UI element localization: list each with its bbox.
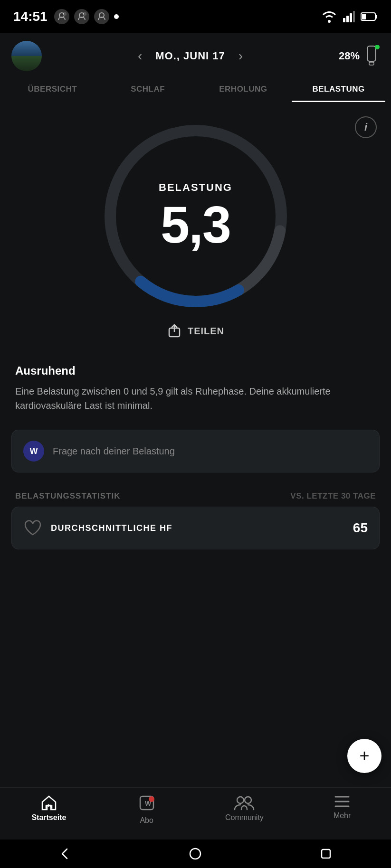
status-right: [322, 10, 378, 23]
svg-rect-9: [350, 13, 352, 22]
battery-percentage: 28%: [339, 45, 380, 67]
stats-header: BELASTUNGSSTATISTIK VS. LETZTE 30 TAGE: [0, 480, 391, 507]
tab-schlaf[interactable]: SCHLAF: [101, 79, 195, 102]
svg-rect-10: [353, 11, 355, 22]
home-icon: [40, 794, 57, 811]
share-icon: [167, 323, 182, 339]
info-text: Eine Belastung zwischen 0 und 5,9 gilt a…: [15, 384, 376, 413]
info-title: Ausruhend: [15, 364, 376, 377]
svg-point-29: [190, 849, 200, 859]
svg-rect-14: [367, 46, 376, 61]
gauge-section: i BELASTUNG 5,3 TEILEN: [0, 107, 391, 353]
share-button[interactable]: TEILEN: [167, 323, 224, 339]
recents-icon: [319, 847, 333, 860]
nav-community-label: Community: [225, 813, 264, 822]
svg-rect-12: [362, 14, 366, 19]
back-icon: [58, 847, 72, 860]
tab-erholung[interactable]: ERHOLUNG: [197, 79, 290, 102]
avatar[interactable]: [11, 41, 42, 71]
nav-abo-label: Abo: [140, 816, 153, 825]
date-next-button[interactable]: ›: [235, 45, 247, 67]
tab-ubersicht[interactable]: ÜBERSICHT: [6, 79, 99, 102]
svg-rect-8: [346, 16, 349, 22]
ai-icon: W: [23, 441, 44, 462]
home-sys-icon: [189, 847, 202, 860]
signal-icon: [343, 10, 355, 23]
stats-card-left: DURCHSCHNITTLICHE HF: [23, 519, 172, 538]
svg-rect-30: [322, 849, 330, 858]
stats-hf-value: 65: [353, 520, 368, 535]
nav-abo[interactable]: W Abo: [98, 794, 196, 825]
device-icon: [363, 45, 380, 67]
nav-startseite[interactable]: Startseite: [0, 794, 98, 822]
nav-community[interactable]: Community: [196, 794, 294, 822]
header: ‹ MO., JUNI 17 › 28%: [0, 33, 391, 71]
svg-rect-13: [376, 15, 377, 19]
main-content: i BELASTUNG 5,3 TEILEN: [0, 102, 391, 657]
fab-icon: +: [359, 746, 369, 766]
notification-icon-1: !: [54, 9, 69, 24]
svg-point-24: [237, 797, 244, 803]
stats-hf-label: DURCHSCHNITTLICHE HF: [51, 523, 172, 533]
info-button[interactable]: i: [355, 116, 377, 138]
svg-text:!: !: [63, 12, 64, 16]
bottom-navigation: Startseite W Abo Community: [0, 787, 391, 840]
mehr-icon: [334, 794, 351, 809]
tab-belastung[interactable]: BELASTUNG: [292, 79, 385, 102]
community-icon: [234, 794, 255, 811]
system-nav-bar: [0, 840, 391, 868]
bottom-spacer: [0, 557, 391, 652]
date-prev-button[interactable]: ‹: [134, 45, 146, 67]
status-left: 14:51 ! !: [13, 9, 119, 24]
nav-mehr[interactable]: Mehr: [293, 794, 391, 820]
avatar-image: [11, 41, 42, 71]
stats-compare-label: VS. LETZTE 30 TAGE: [290, 491, 376, 501]
heart-icon: [23, 519, 42, 538]
wifi-icon: [322, 10, 337, 23]
date-display: MO., JUNI 17: [155, 50, 225, 62]
fab-button[interactable]: +: [347, 739, 381, 773]
gauge-container: BELASTUNG 5,3: [96, 116, 296, 316]
stats-hf-value-container: 65: [353, 520, 368, 536]
tab-navigation: ÜBERSICHT SCHLAF ERHOLUNG BELASTUNG: [0, 71, 391, 102]
battery-icon: [361, 11, 378, 22]
notification-icon-3: [94, 9, 109, 24]
back-button[interactable]: [56, 844, 75, 863]
stats-card-hf[interactable]: DURCHSCHNITTLICHE HF 65: [11, 507, 380, 549]
share-label: TEILEN: [188, 326, 224, 337]
notification-icon-2: !: [74, 9, 89, 24]
abo-icon: W: [138, 794, 155, 811]
nav-mehr-label: Mehr: [334, 811, 351, 820]
ai-query-text: Frage nach deiner Belastung: [53, 446, 175, 457]
gauge-center: BELASTUNG 5,3: [159, 181, 232, 251]
recents-button[interactable]: [316, 844, 335, 863]
gauge-label: BELASTUNG: [159, 181, 232, 194]
status-dot: [114, 14, 119, 19]
ai-query-box[interactable]: W Frage nach deiner Belastung: [11, 430, 380, 472]
svg-text:!: !: [83, 12, 84, 16]
info-section: Ausruhend Eine Belastung zwischen 0 und …: [0, 353, 391, 422]
date-nav: ‹ MO., JUNI 17 ›: [134, 45, 247, 67]
status-time: 14:51: [13, 9, 48, 24]
nav-startseite-label: Startseite: [31, 813, 66, 822]
stats-section-title: BELASTUNGSSTATISTIK: [15, 491, 120, 501]
svg-point-23: [149, 796, 154, 802]
svg-rect-15: [369, 62, 374, 65]
gauge-value: 5,3: [159, 198, 232, 251]
svg-point-25: [245, 797, 251, 803]
status-bar: 14:51 ! !: [0, 0, 391, 33]
status-icons: ! !: [54, 9, 119, 24]
home-button[interactable]: [186, 844, 205, 863]
svg-rect-7: [343, 18, 345, 22]
